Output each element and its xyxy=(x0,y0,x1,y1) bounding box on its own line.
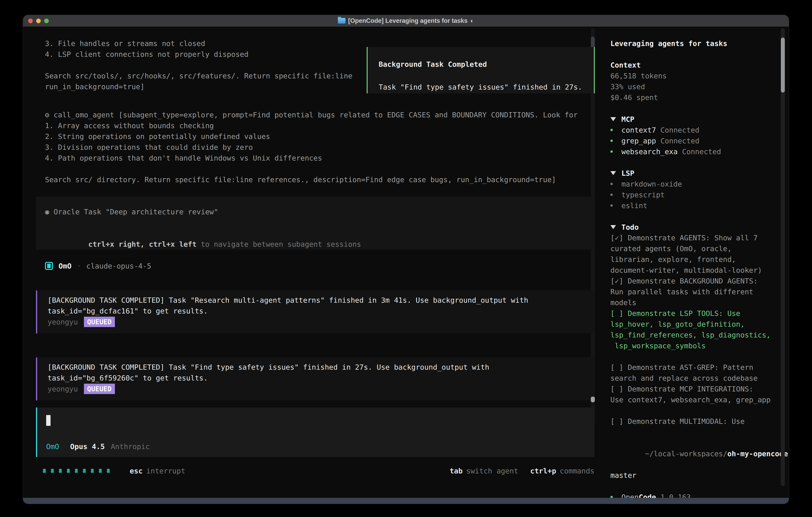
spacer xyxy=(610,157,789,168)
todo-line: [ ] Demonstrate AST-GREP: Pattern xyxy=(610,362,789,373)
tab-key-label: switch agent xyxy=(466,467,518,475)
lsp-item: markdown-oxide xyxy=(610,179,789,189)
task-message-line: [BACKGROUND TASK COMPLETED] Task "Resear… xyxy=(48,295,594,306)
context-stat-line: 66,518 tokens xyxy=(610,71,789,81)
esc-key-label: interrupt xyxy=(146,467,185,475)
list-marker xyxy=(610,151,621,153)
lsp-heading: LSP xyxy=(621,169,634,177)
lsp-item: typescript xyxy=(610,189,789,200)
list-marker xyxy=(610,183,621,185)
sidebar-scrollbar-track[interactable] xyxy=(781,28,785,486)
todo-line: librarian, explore, frontend, xyxy=(610,254,789,265)
title-bar: [OpenCode] Leveraging agents for tasks ◐ xyxy=(23,15,789,27)
workspace-repo: oh-my-opencode: xyxy=(727,450,789,458)
sidebar-scrollbar-thumb[interactable] xyxy=(781,37,785,92)
todo-line: search and replace across codebase xyxy=(610,373,789,384)
mcp-name: grep_app xyxy=(621,137,656,145)
todo-line xyxy=(610,405,789,416)
terminal-line: 2. String operations on potentially unde… xyxy=(45,131,592,142)
main-scrollbar-thumb-lower[interactable] xyxy=(591,397,595,402)
triangle-down-icon xyxy=(610,117,616,121)
input-agent-name: OmO xyxy=(46,442,59,451)
oracle-task-box: ◉ Oracle Task "Deep architecture review"… xyxy=(36,196,594,249)
lsp-section-header[interactable]: LSP xyxy=(610,168,789,179)
bullet-icon xyxy=(610,151,613,153)
collapse-marker xyxy=(610,225,621,229)
mcp-item: grep_app Connected xyxy=(610,135,789,146)
ctrlp-key-hint: ctrl+p xyxy=(530,467,556,475)
agent-icon xyxy=(45,262,53,270)
input-model-name: Opus 4.5 xyxy=(70,442,105,451)
shortcut-key: ctrl+x left xyxy=(149,240,201,248)
esc-key-hint: esc xyxy=(130,467,143,475)
notification-title: Background Task Completed xyxy=(379,59,594,70)
gear-icon: ⚙ xyxy=(45,111,49,119)
ctrlp-key-label: commands xyxy=(560,467,594,475)
bullet-icon xyxy=(610,129,613,131)
input-provider-name: Anthropic xyxy=(111,442,150,451)
bullet-icon xyxy=(610,193,613,196)
todo-heading: Todo xyxy=(621,223,639,231)
tool-call-text: call_omo_agent [subagent_type=explore, p… xyxy=(49,111,578,119)
collapse-marker xyxy=(610,171,621,175)
task-meta-row: yeongyu QUEUED xyxy=(48,317,594,327)
spacer xyxy=(45,217,594,228)
list-marker xyxy=(610,140,621,142)
lsp-name: typescript xyxy=(621,191,665,199)
list-marker xyxy=(610,204,621,207)
app-window: [OpenCode] Leveraging agents for tasks ◐… xyxy=(23,15,789,504)
spacer xyxy=(610,481,789,492)
task-user: yeongyu xyxy=(48,385,78,393)
mcp-section-header[interactable]: MCP xyxy=(610,114,789,125)
task-user: yeongyu xyxy=(48,318,78,326)
todo-list: [✓] Demonstrate AGENTS: Show all 7curate… xyxy=(610,233,789,427)
context-stat-line: $0.46 spent xyxy=(610,92,789,103)
prompt-input[interactable]: OmO Opus 4.5 Anthropic xyxy=(36,407,594,457)
mcp-name: context7 xyxy=(621,126,656,134)
tool-call-block: ⚙ call_omo_agent [subagent_type=explore,… xyxy=(45,110,592,185)
triangle-down-icon xyxy=(610,225,616,229)
terminal-line: Search src/ directory. Return specific f… xyxy=(45,174,592,185)
bullet-icon xyxy=(610,204,613,207)
todo-line: [ ] Demonstrate MULTIMODAL: Use xyxy=(610,416,789,427)
mcp-item: context7 Connected xyxy=(610,125,789,135)
terminal-line: 3. File handles or streams not closed xyxy=(45,38,352,49)
minimize-button[interactable] xyxy=(36,19,41,23)
hint-text: to navigate between subagent sessions xyxy=(201,240,361,248)
mcp-heading: MCP xyxy=(621,115,634,124)
status-bar: esc interrupt tab switch agent ctrl+p co… xyxy=(36,465,594,476)
shortcut-key: ctrl+x right, xyxy=(88,240,149,248)
todo-line: Run parallel tasks with different xyxy=(610,287,789,297)
task-message-line: [BACKGROUND TASK COMPLETED] Task "Find t… xyxy=(48,362,594,373)
todo-line xyxy=(610,351,789,362)
lsp-item: eslint xyxy=(610,200,789,211)
window-title: [OpenCode] Leveraging agents for tasks ◐ xyxy=(338,17,474,24)
context-heading: Context xyxy=(610,60,789,71)
todo-line: [ ] Demonstrate LSP TOOLS: Use xyxy=(610,308,789,319)
bullet-icon xyxy=(610,183,613,185)
context-stats: 66,518 tokens33% used$0.46 spent xyxy=(610,71,789,103)
git-branch: master xyxy=(610,470,789,481)
status-right: tab switch agent ctrl+p commands xyxy=(450,467,594,475)
mcp-item: websearch_exa Connected xyxy=(610,146,789,157)
terminal-line: run_in_background=true] xyxy=(45,81,352,92)
half-moon-icon: ◐ xyxy=(470,18,474,24)
background-task-message-2: [BACKGROUND TASK COMPLETED] Task "Find t… xyxy=(36,357,594,401)
session-title: Leveraging agents for tasks xyxy=(610,38,789,49)
todo-section-header[interactable]: Todo xyxy=(610,222,789,233)
task-meta-row: yeongyu QUEUED xyxy=(48,383,594,394)
close-button[interactable] xyxy=(28,19,33,23)
window-bottom-edge xyxy=(23,498,789,504)
mcp-name: websearch_exa xyxy=(621,147,678,156)
todo-line: curated agents (OmO, oracle, xyxy=(610,243,789,254)
context-stat-line: 33% used xyxy=(610,81,789,92)
notification-body: Task "Find type safety issues" finished … xyxy=(379,82,594,92)
task-message-line: task_id="bg_6f59260c" to get results. xyxy=(48,373,594,383)
spacer xyxy=(610,49,789,60)
todo-line: [ ] Demonstrate MCP INTEGRATIONS: xyxy=(610,384,789,394)
zoom-button[interactable] xyxy=(44,19,49,23)
sidebar: Leveraging agents for tasks Context 66,5… xyxy=(603,27,789,498)
list-marker xyxy=(610,193,621,196)
tab-key-hint: tab xyxy=(450,467,463,475)
todo-line: lsp_find_references, lsp_diagnostics, xyxy=(610,330,789,341)
